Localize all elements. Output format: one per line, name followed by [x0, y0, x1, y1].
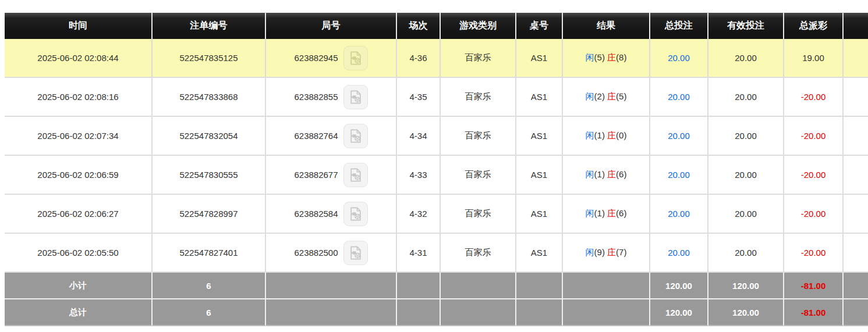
result-banker-label: 庄 — [607, 208, 616, 218]
cell-session: 4-36 — [397, 39, 441, 78]
round-id-text: 623882677 — [294, 170, 338, 180]
cell-game-type: 百家乐 — [441, 156, 516, 195]
col-header-valid-bet: 有效投注 — [708, 13, 784, 39]
cell-session: 4-35 — [397, 78, 441, 117]
cell-session: 4-33 — [397, 156, 441, 195]
result-player-label: 闲 — [586, 208, 594, 218]
cell-bet-id: 522547835125 — [153, 39, 266, 78]
round-id-text: 623882764 — [294, 131, 338, 141]
subtotal-row: 小计 6 120.00 120.00 -81.00 — [5, 273, 868, 299]
cell-time: 2025-06-02 02:08:16 — [5, 78, 153, 117]
cell-total-bet: 20.00 — [650, 39, 708, 78]
cell-round-id: 623882855 — [266, 78, 397, 117]
header-row: 时间 注单编号 局号 场次 游戏类别 桌号 结果 总投注 有效投注 总派彩 — [5, 13, 868, 39]
col-header-session: 场次 — [397, 13, 441, 39]
cell-extra — [844, 117, 868, 156]
round-id-text: 623882584 — [294, 209, 338, 219]
video-file-icon — [348, 50, 364, 66]
cell-extra — [844, 39, 868, 78]
cell-session: 4-34 — [397, 117, 441, 156]
cell-result: 闲(2) 庄(5) — [563, 78, 650, 117]
cell-payout: 19.00 — [784, 39, 844, 78]
grand-total-payout: -81.00 — [784, 299, 844, 326]
video-file-icon — [348, 167, 364, 183]
video-replay-button[interactable] — [343, 163, 368, 187]
cell-session: 4-31 — [397, 234, 441, 273]
video-file-icon — [348, 206, 364, 222]
cell-game-type: 百家乐 — [441, 39, 516, 78]
cell-bet-id: 522547832054 — [153, 117, 266, 156]
grand-total-row: 总计 6 120.00 120.00 -81.00 — [5, 299, 868, 326]
cell-round-id: 623882584 — [266, 195, 397, 234]
cell-time: 2025-06-02 02:08:44 — [5, 39, 153, 78]
result-player-label: 闲 — [586, 169, 594, 179]
cell-valid-bet: 20.00 — [708, 234, 784, 273]
result-banker-score: (6) — [616, 169, 626, 179]
cell-extra — [844, 234, 868, 273]
cell-round-id: 623882500 — [266, 234, 397, 273]
cell-game-type: 百家乐 — [441, 117, 516, 156]
cell-session: 4-32 — [397, 195, 441, 234]
cell-round-id: 623882677 — [266, 156, 397, 195]
result-player-score: (5) — [594, 52, 605, 62]
col-header-total-bet: 总投注 — [650, 13, 708, 39]
cell-valid-bet: 20.00 — [708, 78, 784, 117]
video-replay-button[interactable] — [343, 85, 368, 109]
result-banker-score: (5) — [616, 91, 626, 101]
table-body: 2025-06-02 02:08:44 522547835125 6238829… — [5, 39, 868, 273]
cell-valid-bet: 20.00 — [708, 195, 784, 234]
result-banker-label: 庄 — [607, 52, 616, 62]
result-player-label: 闲 — [586, 52, 594, 62]
result-banker-score: (8) — [616, 52, 626, 62]
video-replay-button[interactable] — [343, 124, 368, 148]
cell-result: 闲(9) 庄(7) — [563, 234, 650, 273]
round-id-text: 623882500 — [294, 248, 338, 258]
result-player-score: (1) — [594, 169, 605, 179]
cell-table-no: AS1 — [516, 78, 563, 117]
cell-table-no: AS1 — [516, 156, 563, 195]
result-player-label: 闲 — [586, 91, 594, 101]
cell-total-bet: 20.00 — [650, 156, 708, 195]
video-file-icon — [348, 245, 364, 261]
result-player-score: (9) — [594, 247, 605, 257]
video-replay-button[interactable] — [343, 241, 368, 265]
cell-game-type: 百家乐 — [441, 234, 516, 273]
cell-total-bet: 20.00 — [650, 117, 708, 156]
betting-records-page: 时间 注单编号 局号 场次 游戏类别 桌号 结果 总投注 有效投注 总派彩 20… — [0, 0, 868, 332]
table-row: 2025-06-02 02:08:44 522547835125 6238829… — [5, 39, 868, 78]
cell-bet-id: 522547828997 — [153, 195, 266, 234]
col-header-time: 时间 — [5, 13, 153, 39]
result-banker-label: 庄 — [607, 130, 616, 140]
cell-game-type: 百家乐 — [441, 78, 516, 117]
subtotal-payout: -81.00 — [784, 273, 844, 299]
grand-total-label: 总计 — [5, 299, 153, 326]
cell-bet-id: 522547833868 — [153, 78, 266, 117]
cell-total-bet: 20.00 — [650, 234, 708, 273]
cell-time: 2025-06-02 02:07:34 — [5, 117, 153, 156]
table-footer: 小计 6 120.00 120.00 -81.00 总计 6 — [5, 273, 868, 326]
grand-total-valid-bet: 120.00 — [708, 299, 784, 326]
cell-game-type: 百家乐 — [441, 195, 516, 234]
video-replay-button[interactable] — [343, 202, 368, 226]
cell-time: 2025-06-02 02:06:59 — [5, 156, 153, 195]
result-banker-label: 庄 — [607, 91, 616, 101]
result-player-score: (2) — [594, 91, 605, 101]
result-player-score: (1) — [594, 130, 605, 140]
cell-extra — [844, 195, 868, 234]
video-replay-button[interactable] — [343, 46, 368, 70]
cell-table-no: AS1 — [516, 234, 563, 273]
subtotal-total-bet: 120.00 — [650, 273, 708, 299]
grand-total-count: 6 — [153, 299, 266, 326]
cell-time: 2025-06-02 02:06:27 — [5, 195, 153, 234]
table-row: 2025-06-02 02:08:16 522547833868 6238828… — [5, 78, 868, 117]
cell-payout: -20.00 — [784, 234, 844, 273]
round-id-text: 623882945 — [294, 53, 338, 63]
subtotal-valid-bet: 120.00 — [708, 273, 784, 299]
subtotal-count: 6 — [153, 273, 266, 299]
col-header-extra — [844, 13, 868, 39]
result-banker-label: 庄 — [607, 169, 616, 179]
cell-payout: -20.00 — [784, 195, 844, 234]
col-header-round-id: 局号 — [266, 13, 397, 39]
video-file-icon — [348, 128, 364, 144]
col-header-table-no: 桌号 — [516, 13, 563, 39]
